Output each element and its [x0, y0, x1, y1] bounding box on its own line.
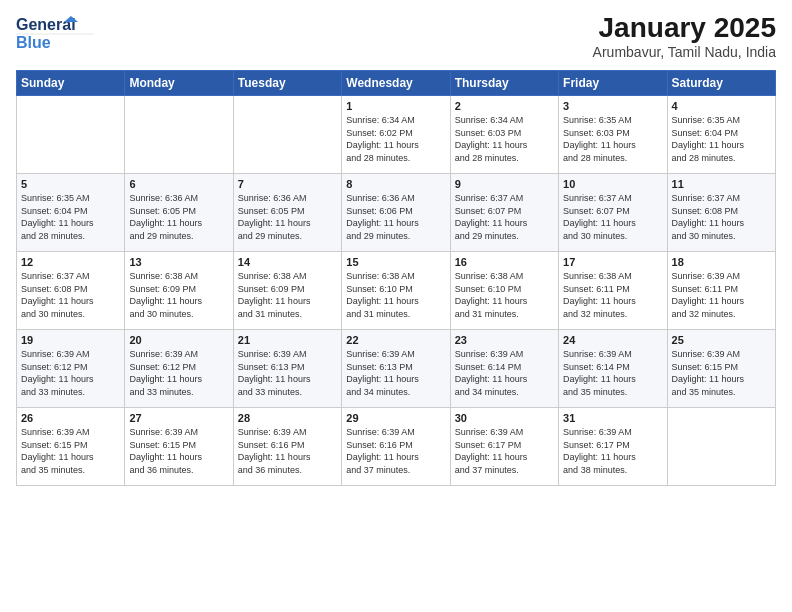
calendar-cell: 27Sunrise: 6:39 AM Sunset: 6:15 PM Dayli…	[125, 408, 233, 486]
calendar-cell: 12Sunrise: 6:37 AM Sunset: 6:08 PM Dayli…	[17, 252, 125, 330]
day-info: Sunrise: 6:38 AM Sunset: 6:09 PM Dayligh…	[129, 270, 228, 320]
logo: General Blue	[16, 12, 96, 52]
day-info: Sunrise: 6:39 AM Sunset: 6:14 PM Dayligh…	[455, 348, 554, 398]
day-info: Sunrise: 6:37 AM Sunset: 6:07 PM Dayligh…	[455, 192, 554, 242]
calendar-week-2: 5Sunrise: 6:35 AM Sunset: 6:04 PM Daylig…	[17, 174, 776, 252]
day-info: Sunrise: 6:39 AM Sunset: 6:13 PM Dayligh…	[346, 348, 445, 398]
day-number: 22	[346, 334, 445, 346]
calendar-cell: 10Sunrise: 6:37 AM Sunset: 6:07 PM Dayli…	[559, 174, 667, 252]
calendar-table: Sunday Monday Tuesday Wednesday Thursday…	[16, 70, 776, 486]
day-info: Sunrise: 6:39 AM Sunset: 6:17 PM Dayligh…	[563, 426, 662, 476]
day-info: Sunrise: 6:38 AM Sunset: 6:11 PM Dayligh…	[563, 270, 662, 320]
day-number: 16	[455, 256, 554, 268]
day-info: Sunrise: 6:35 AM Sunset: 6:04 PM Dayligh…	[21, 192, 120, 242]
calendar-cell: 14Sunrise: 6:38 AM Sunset: 6:09 PM Dayli…	[233, 252, 341, 330]
calendar-cell: 2Sunrise: 6:34 AM Sunset: 6:03 PM Daylig…	[450, 96, 558, 174]
col-sunday: Sunday	[17, 71, 125, 96]
day-info: Sunrise: 6:35 AM Sunset: 6:03 PM Dayligh…	[563, 114, 662, 164]
day-info: Sunrise: 6:37 AM Sunset: 6:08 PM Dayligh…	[672, 192, 771, 242]
calendar-cell: 16Sunrise: 6:38 AM Sunset: 6:10 PM Dayli…	[450, 252, 558, 330]
svg-text:General: General	[16, 16, 76, 33]
col-thursday: Thursday	[450, 71, 558, 96]
day-info: Sunrise: 6:38 AM Sunset: 6:10 PM Dayligh…	[346, 270, 445, 320]
day-info: Sunrise: 6:36 AM Sunset: 6:05 PM Dayligh…	[238, 192, 337, 242]
calendar-cell: 22Sunrise: 6:39 AM Sunset: 6:13 PM Dayli…	[342, 330, 450, 408]
day-info: Sunrise: 6:35 AM Sunset: 6:04 PM Dayligh…	[672, 114, 771, 164]
logo-svg: General Blue	[16, 12, 96, 52]
page: General Blue January 2025 Arumbavur, Tam…	[0, 0, 792, 612]
day-number: 6	[129, 178, 228, 190]
day-number: 3	[563, 100, 662, 112]
calendar-cell	[667, 408, 775, 486]
day-info: Sunrise: 6:39 AM Sunset: 6:15 PM Dayligh…	[129, 426, 228, 476]
calendar-cell: 15Sunrise: 6:38 AM Sunset: 6:10 PM Dayli…	[342, 252, 450, 330]
calendar-cell: 26Sunrise: 6:39 AM Sunset: 6:15 PM Dayli…	[17, 408, 125, 486]
day-info: Sunrise: 6:36 AM Sunset: 6:05 PM Dayligh…	[129, 192, 228, 242]
day-number: 2	[455, 100, 554, 112]
col-monday: Monday	[125, 71, 233, 96]
day-number: 29	[346, 412, 445, 424]
calendar-body: 1Sunrise: 6:34 AM Sunset: 6:02 PM Daylig…	[17, 96, 776, 486]
day-number: 26	[21, 412, 120, 424]
day-info: Sunrise: 6:37 AM Sunset: 6:07 PM Dayligh…	[563, 192, 662, 242]
col-friday: Friday	[559, 71, 667, 96]
calendar-week-3: 12Sunrise: 6:37 AM Sunset: 6:08 PM Dayli…	[17, 252, 776, 330]
day-info: Sunrise: 6:39 AM Sunset: 6:16 PM Dayligh…	[346, 426, 445, 476]
calendar-cell: 5Sunrise: 6:35 AM Sunset: 6:04 PM Daylig…	[17, 174, 125, 252]
calendar-title: January 2025	[593, 12, 776, 44]
svg-text:Blue: Blue	[16, 34, 51, 51]
calendar-cell: 19Sunrise: 6:39 AM Sunset: 6:12 PM Dayli…	[17, 330, 125, 408]
day-info: Sunrise: 6:36 AM Sunset: 6:06 PM Dayligh…	[346, 192, 445, 242]
calendar-cell: 23Sunrise: 6:39 AM Sunset: 6:14 PM Dayli…	[450, 330, 558, 408]
day-number: 20	[129, 334, 228, 346]
day-info: Sunrise: 6:34 AM Sunset: 6:03 PM Dayligh…	[455, 114, 554, 164]
calendar-cell: 24Sunrise: 6:39 AM Sunset: 6:14 PM Dayli…	[559, 330, 667, 408]
calendar-cell	[233, 96, 341, 174]
calendar-cell: 6Sunrise: 6:36 AM Sunset: 6:05 PM Daylig…	[125, 174, 233, 252]
calendar-cell: 8Sunrise: 6:36 AM Sunset: 6:06 PM Daylig…	[342, 174, 450, 252]
calendar-cell: 9Sunrise: 6:37 AM Sunset: 6:07 PM Daylig…	[450, 174, 558, 252]
day-info: Sunrise: 6:34 AM Sunset: 6:02 PM Dayligh…	[346, 114, 445, 164]
day-number: 30	[455, 412, 554, 424]
title-block: January 2025 Arumbavur, Tamil Nadu, Indi…	[593, 12, 776, 60]
day-number: 28	[238, 412, 337, 424]
calendar-cell: 18Sunrise: 6:39 AM Sunset: 6:11 PM Dayli…	[667, 252, 775, 330]
day-number: 31	[563, 412, 662, 424]
day-number: 13	[129, 256, 228, 268]
day-info: Sunrise: 6:38 AM Sunset: 6:10 PM Dayligh…	[455, 270, 554, 320]
day-number: 9	[455, 178, 554, 190]
calendar-cell: 4Sunrise: 6:35 AM Sunset: 6:04 PM Daylig…	[667, 96, 775, 174]
col-wednesday: Wednesday	[342, 71, 450, 96]
day-info: Sunrise: 6:39 AM Sunset: 6:11 PM Dayligh…	[672, 270, 771, 320]
day-number: 14	[238, 256, 337, 268]
day-info: Sunrise: 6:38 AM Sunset: 6:09 PM Dayligh…	[238, 270, 337, 320]
day-number: 5	[21, 178, 120, 190]
calendar-cell: 7Sunrise: 6:36 AM Sunset: 6:05 PM Daylig…	[233, 174, 341, 252]
day-number: 15	[346, 256, 445, 268]
day-number: 17	[563, 256, 662, 268]
calendar-week-1: 1Sunrise: 6:34 AM Sunset: 6:02 PM Daylig…	[17, 96, 776, 174]
calendar-cell: 29Sunrise: 6:39 AM Sunset: 6:16 PM Dayli…	[342, 408, 450, 486]
calendar-cell: 25Sunrise: 6:39 AM Sunset: 6:15 PM Dayli…	[667, 330, 775, 408]
day-info: Sunrise: 6:39 AM Sunset: 6:12 PM Dayligh…	[129, 348, 228, 398]
day-info: Sunrise: 6:39 AM Sunset: 6:12 PM Dayligh…	[21, 348, 120, 398]
day-number: 23	[455, 334, 554, 346]
day-info: Sunrise: 6:39 AM Sunset: 6:15 PM Dayligh…	[672, 348, 771, 398]
calendar-cell	[17, 96, 125, 174]
day-number: 12	[21, 256, 120, 268]
day-number: 18	[672, 256, 771, 268]
day-info: Sunrise: 6:39 AM Sunset: 6:15 PM Dayligh…	[21, 426, 120, 476]
calendar-cell: 30Sunrise: 6:39 AM Sunset: 6:17 PM Dayli…	[450, 408, 558, 486]
day-number: 25	[672, 334, 771, 346]
calendar-cell: 21Sunrise: 6:39 AM Sunset: 6:13 PM Dayli…	[233, 330, 341, 408]
day-number: 11	[672, 178, 771, 190]
day-number: 27	[129, 412, 228, 424]
day-number: 10	[563, 178, 662, 190]
day-info: Sunrise: 6:39 AM Sunset: 6:17 PM Dayligh…	[455, 426, 554, 476]
day-number: 21	[238, 334, 337, 346]
day-number: 24	[563, 334, 662, 346]
calendar-subtitle: Arumbavur, Tamil Nadu, India	[593, 44, 776, 60]
day-info: Sunrise: 6:39 AM Sunset: 6:16 PM Dayligh…	[238, 426, 337, 476]
calendar-week-5: 26Sunrise: 6:39 AM Sunset: 6:15 PM Dayli…	[17, 408, 776, 486]
day-number: 8	[346, 178, 445, 190]
